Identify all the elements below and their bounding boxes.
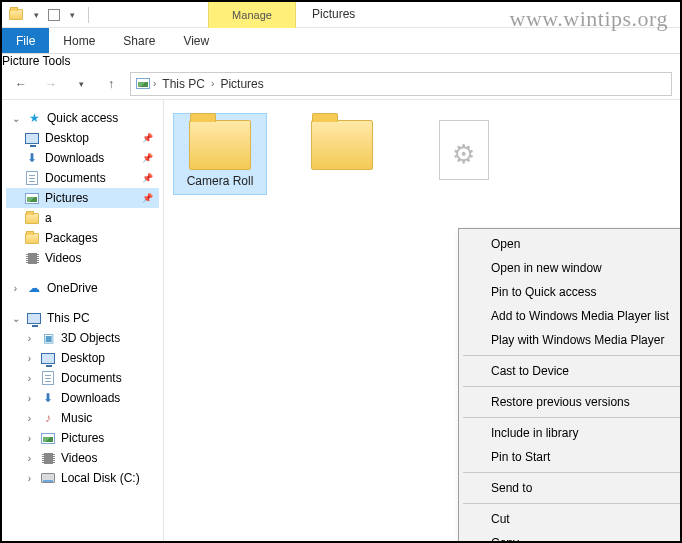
context-menu-restore-previous-versions[interactable]: Restore previous versions <box>461 390 682 414</box>
sidebar-item-a[interactable]: a <box>6 208 159 228</box>
context-menu-separator <box>463 386 682 387</box>
breadcrumb-current[interactable]: Pictures <box>216 73 267 95</box>
twisty-icon[interactable]: ⌄ <box>10 113 21 124</box>
context-menu-open-in-new-window[interactable]: Open in new window <box>461 256 682 280</box>
sidebar-item-pictures[interactable]: ›Pictures <box>6 428 159 448</box>
caret-overflow-icon[interactable]: ▾ <box>64 7 80 23</box>
tab-share[interactable]: Share <box>109 28 169 53</box>
navigation-pane: ⌄ ★ Quick access Desktop📌⬇Downloads📌Docu… <box>2 100 164 543</box>
twisty-icon[interactable]: › <box>24 353 35 364</box>
tree-quick-access[interactable]: ⌄ ★ Quick access <box>6 108 159 128</box>
breadcrumb-root[interactable]: This PC <box>158 73 209 95</box>
context-menu-open[interactable]: Open <box>461 232 682 256</box>
forward-button[interactable]: → <box>40 73 62 95</box>
twisty-icon[interactable]: › <box>24 413 35 424</box>
twisty-icon[interactable]: › <box>24 393 35 404</box>
tree-label: This PC <box>47 311 90 325</box>
tree-group-quick-access: ⌄ ★ Quick access Desktop📌⬇Downloads📌Docu… <box>6 108 159 268</box>
sidebar-item-desktop[interactable]: Desktop📌 <box>6 128 159 148</box>
context-menu-add-to-windows-media-player-list[interactable]: Add to Windows Media Player list <box>461 304 682 328</box>
window-title: Pictures <box>312 7 355 21</box>
download-icon: ⬇ <box>24 150 40 166</box>
twisty-icon[interactable]: › <box>24 473 35 484</box>
caret-down-icon[interactable]: ▾ <box>28 7 44 23</box>
drive-icon <box>40 470 56 486</box>
sidebar-item-desktop[interactable]: ›Desktop <box>6 348 159 368</box>
tab-picture-tools[interactable]: Picture Tools <box>2 54 680 68</box>
context-menu-send-to[interactable]: Send to <box>461 476 682 500</box>
sidebar-item-videos[interactable]: ›Videos <box>6 448 159 468</box>
tree-label: Quick access <box>47 111 118 125</box>
tree-label: Videos <box>45 251 81 265</box>
tree-label: Desktop <box>45 131 89 145</box>
context-menu-separator <box>463 472 682 473</box>
sidebar-item-downloads[interactable]: ›⬇Downloads <box>6 388 159 408</box>
twisty-icon[interactable]: › <box>24 433 35 444</box>
file-item[interactable]: ⚙ <box>418 114 510 190</box>
pin-icon: 📌 <box>142 153 153 163</box>
context-menu-copy[interactable]: Copy <box>461 531 682 543</box>
tree-label: OneDrive <box>47 281 98 295</box>
tree-label: Downloads <box>61 391 120 405</box>
tree-onedrive[interactable]: › ☁ OneDrive <box>6 278 159 298</box>
tree-label: Local Disk (C:) <box>61 471 140 485</box>
file-item[interactable] <box>296 114 388 180</box>
pictures-icon <box>135 76 151 92</box>
twisty-icon[interactable]: ⌄ <box>10 313 21 324</box>
context-menu-include-in-library[interactable]: Include in library <box>461 421 682 445</box>
pic-icon <box>24 190 40 206</box>
twisty-icon[interactable]: › <box>24 453 35 464</box>
tab-view[interactable]: View <box>169 28 223 53</box>
sidebar-item-pictures[interactable]: Pictures📌 <box>6 188 159 208</box>
file-icon: ⚙ <box>439 120 489 180</box>
chevron-right-icon[interactable]: › <box>211 78 214 89</box>
cube-icon: ▣ <box>40 330 56 346</box>
tree-label: Videos <box>61 451 97 465</box>
sidebar-item-packages[interactable]: Packages <box>6 228 159 248</box>
context-menu-cut[interactable]: Cut <box>461 507 682 531</box>
nav-bar: ← → ▾ ↑ › This PC › Pictures <box>2 68 680 100</box>
sidebar-item-local-disk-c-[interactable]: ›Local Disk (C:) <box>6 468 159 488</box>
star-icon: ★ <box>26 110 42 126</box>
folder-icon <box>24 210 40 226</box>
tree-label: Packages <box>45 231 98 245</box>
sidebar-item-downloads[interactable]: ⬇Downloads📌 <box>6 148 159 168</box>
file-item[interactable]: Camera Roll <box>174 114 266 194</box>
context-menu-cast-to-device[interactable]: Cast to Device <box>461 359 682 383</box>
context-menu-pin-to-quick-access[interactable]: Pin to Quick access <box>461 280 682 304</box>
sidebar-item-music[interactable]: ›♪Music <box>6 408 159 428</box>
recent-dropdown[interactable]: ▾ <box>70 73 92 95</box>
item-list: Camera Roll⚙ <box>174 114 670 194</box>
sidebar-item-documents[interactable]: Documents📌 <box>6 168 159 188</box>
tab-file[interactable]: File <box>2 28 49 53</box>
checkbox-icon[interactable] <box>48 9 60 21</box>
monitor-icon <box>26 310 42 326</box>
context-menu-pin-to-start[interactable]: Pin to Start <box>461 445 682 469</box>
contextual-tab-label: Manage <box>232 9 272 21</box>
back-button[interactable]: ← <box>10 73 32 95</box>
file-label: Camera Roll <box>187 174 254 188</box>
twisty-icon[interactable]: › <box>24 373 35 384</box>
desktop-icon <box>24 130 40 146</box>
tree-label: Documents <box>61 371 122 385</box>
tree-label: a <box>45 211 52 225</box>
twisty-icon[interactable]: › <box>24 333 35 344</box>
quick-access-toolbar: ▾ ▾ <box>2 7 93 23</box>
sidebar-item-videos[interactable]: Videos <box>6 248 159 268</box>
chevron-right-icon[interactable]: › <box>153 78 156 89</box>
folder-icon <box>311 120 373 170</box>
tree-this-pc[interactable]: ⌄ This PC <box>6 308 159 328</box>
up-button[interactable]: ↑ <box>100 73 122 95</box>
context-menu-play-with-windows-media-player[interactable]: Play with Windows Media Player <box>461 328 682 352</box>
pin-icon: 📌 <box>142 193 153 203</box>
sidebar-item-3d-objects[interactable]: ›▣3D Objects <box>6 328 159 348</box>
tab-home[interactable]: Home <box>49 28 109 53</box>
ribbon-tabs: File Home Share View <box>2 28 680 54</box>
content-pane[interactable]: Camera Roll⚙ OpenOpen in new windowPin t… <box>164 100 680 543</box>
sidebar-item-documents[interactable]: ›Documents <box>6 368 159 388</box>
folder-icon <box>8 7 24 23</box>
tree-group-this-pc: ⌄ This PC ›▣3D Objects›Desktop›Documents… <box>6 308 159 488</box>
tree-label: Music <box>61 411 92 425</box>
address-bar[interactable]: › This PC › Pictures <box>130 72 672 96</box>
twisty-icon[interactable]: › <box>10 283 21 294</box>
